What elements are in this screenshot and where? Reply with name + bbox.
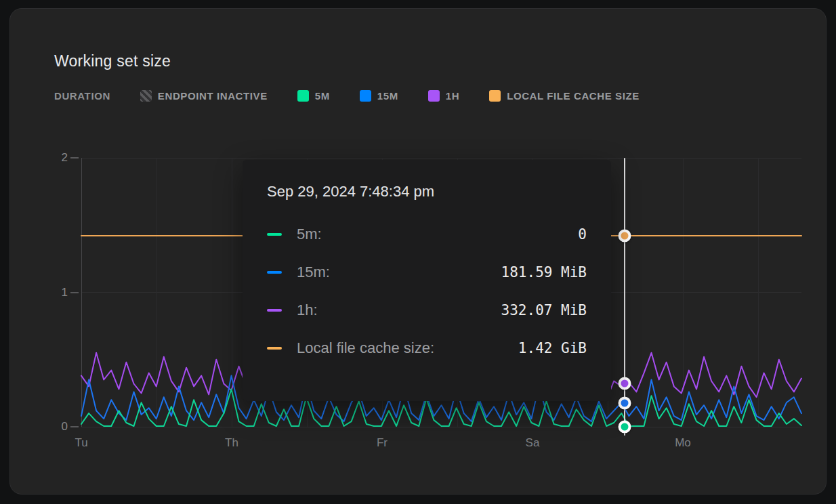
hover-point-5m [619,421,631,434]
hatch-swatch-icon [140,90,152,102]
blue-swatch-icon [360,90,371,102]
legend-item-label: 5M [315,90,330,102]
purple-swatch-icon [428,90,440,102]
x-tick-label: Mo [663,436,703,450]
tooltip-row-5m: 5m: 0 [267,215,587,253]
legend-item-local-file-cache-size[interactable]: LOCAL FILE CACHE SIZE [489,90,640,102]
purple-line-icon [267,309,282,312]
legend-item-1h[interactable]: 1H [428,90,459,102]
tooltip-row-value: 1.42 GiB [518,340,587,356]
x-tick-label: Tu [61,436,102,450]
y-tick-label: 0 [46,420,68,434]
legend-duration-label: DURATION [54,90,110,102]
panel-title: Working set size [54,52,171,70]
legend-item-label: LOCAL FILE CACHE SIZE [507,90,640,102]
legend-item-5m[interactable]: 5M [297,90,330,102]
legend-item-label: 1H [446,90,459,102]
tooltip-row-15m: 15m: 181.59 MiB [267,253,587,291]
y-tick-label: 2 [46,151,68,165]
green-line-icon [267,233,282,236]
hover-point-15m [619,396,631,409]
tooltip-row-label: Local file cache size: [297,339,518,357]
legend-item-label: 15M [377,90,398,102]
x-tick-label: Th [211,436,252,450]
hover-point-local-file-cache-size [619,230,631,243]
blue-line-icon [267,271,282,274]
tooltip-row-1h: 1h: 332.07 MiB [267,291,587,329]
hover-crosshair-line [624,158,625,436]
tooltip-row-label: 5m: [297,226,578,243]
orange-swatch-icon [489,90,501,102]
tooltip-row-label: 15m: [297,264,501,281]
hover-point-1h [619,377,631,390]
tooltip-row-label: 1h: [297,301,501,319]
chart-tooltip: Sep 29, 2024 7:48:34 pm 5m: 0 15m: 181.5… [243,160,611,401]
legend-item-15m[interactable]: 15M [360,90,398,102]
x-tick-label: Sa [512,436,553,450]
chart-legend: DURATION ENDPOINT INACTIVE 5M 15M 1H LOC… [54,87,640,104]
y-tick-mark [70,292,79,293]
x-tick-label: Fr [362,436,402,450]
green-swatch-icon [297,90,309,102]
tooltip-row-value: 181.59 MiB [501,264,587,280]
tooltip-row-value: 0 [578,226,587,243]
tooltip-timestamp: Sep 29, 2024 7:48:34 pm [267,183,587,201]
legend-item-endpoint-inactive[interactable]: ENDPOINT INACTIVE [140,90,268,102]
orange-line-icon [267,347,282,350]
y-tick-label: 1 [46,286,68,299]
working-set-size-panel: Working set size DURATION ENDPOINT INACT… [9,8,827,495]
y-tick-mark [70,157,79,159]
tooltip-row-value: 332.07 MiB [501,302,587,318]
tooltip-row-local-file-cache-size: Local file cache size: 1.42 GiB [267,329,587,367]
legend-item-label: ENDPOINT INACTIVE [158,90,268,102]
y-tick-mark [70,426,79,427]
